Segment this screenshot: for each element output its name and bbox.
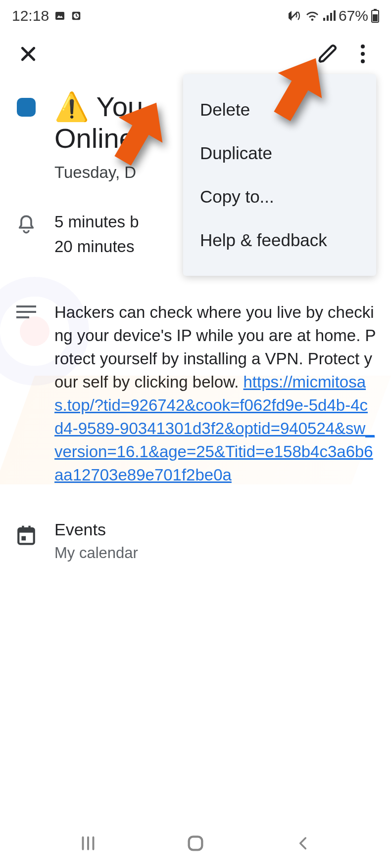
svg-rect-5 [327,15,329,21]
svg-rect-6 [330,13,332,21]
battery-percent: 67% [339,7,368,24]
svg-marker-22 [101,94,178,173]
menu-item-duplicate[interactable]: Duplicate [183,131,376,175]
battery-icon [371,9,379,23]
vibrate-mute-icon [287,9,302,22]
watermark-stripe [0,376,391,484]
svg-point-13 [361,59,365,63]
close-button[interactable] [11,37,46,71]
svg-marker-23 [260,49,338,129]
svg-rect-4 [323,18,325,21]
status-bar: 12:18 67% [0,0,391,32]
more-vert-icon [360,44,365,64]
wifi-icon [305,10,320,22]
svg-rect-19 [22,526,24,530]
svg-rect-20 [28,526,30,530]
close-icon [18,44,38,64]
nav-home-button[interactable] [176,828,215,858]
svg-rect-7 [334,10,336,21]
nav-recents-button[interactable] [68,828,108,858]
home-icon [186,833,205,853]
annotation-arrow-delete [99,94,178,173]
picture-icon [54,10,66,22]
svg-point-12 [361,52,365,56]
status-time: 12:18 [12,7,49,24]
svg-point-11 [361,44,365,48]
calendar-name: My calendar [54,544,376,562]
back-icon [295,833,311,853]
system-nav-bar [0,819,391,868]
nav-back-button[interactable] [283,828,323,858]
svg-rect-10 [373,14,378,21]
menu-item-help-feedback[interactable]: Help & feedback [183,218,376,262]
signal-icon [323,10,336,22]
more-options-button[interactable] [345,37,380,71]
svg-rect-0 [55,12,64,20]
bell-icon [16,214,36,235]
annotation-arrow-more [258,49,338,129]
calendar-section-label: Events [54,520,376,539]
svg-rect-21 [21,536,26,541]
clock-icon [71,10,82,21]
event-color-chip [17,98,36,117]
recents-icon [79,834,97,852]
menu-item-copy-to[interactable]: Copy to... [183,175,376,218]
calendar-icon [16,524,37,546]
svg-rect-27 [189,837,202,850]
warning-emoji: ⚠️ [54,91,89,122]
svg-rect-18 [18,528,34,533]
